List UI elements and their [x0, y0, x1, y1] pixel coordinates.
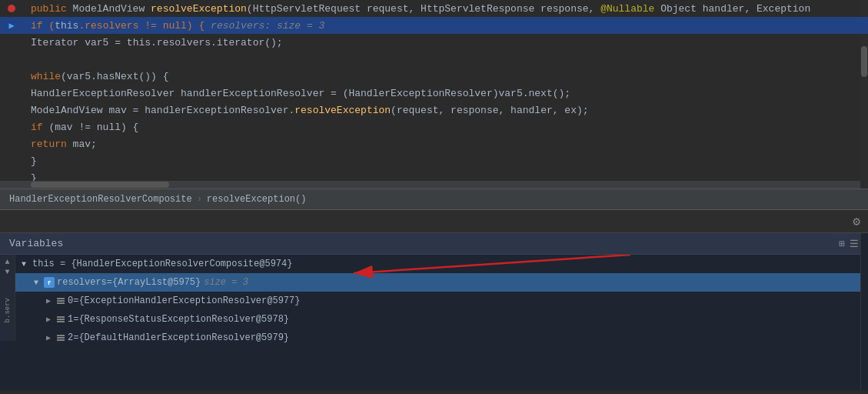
svg-rect-6: [57, 319, 65, 320]
settings-icon-vars[interactable]: ☰: [850, 238, 859, 250]
vars-scrollbar[interactable]: [860, 233, 868, 390]
list-icon-0: [55, 296, 66, 306]
var-row-2[interactable]: ▶ 2 = {DefaultHandlerExceptionResolver@5…: [0, 329, 868, 347]
field-icon-resolvers: f: [44, 277, 55, 288]
variables-title: Variables: [9, 238, 63, 249]
this-label: this = {HandlerExceptionResolverComposit…: [32, 259, 292, 269]
var-size-resolvers: size = 3: [204, 277, 248, 288]
breakpoint-icon: [6, 5, 17, 12]
var-name-this: this: [32, 259, 55, 269]
breadcrumb-class: HandlerExceptionResolverComposite: [9, 194, 192, 205]
var-value-2: {DefaultHandlerExceptionResolver@5979}: [78, 332, 289, 343]
equals-this: =: [60, 259, 71, 269]
panel-left-controls: ▲ ▼: [0, 255, 15, 279]
filter-down-icon[interactable]: ▼: [5, 268, 9, 276]
svg-rect-2: [57, 298, 65, 299]
code-line-5: while(var5.hasNext()) {: [0, 68, 868, 85]
code-line-6: HandlerExceptionResolver handlerExceptio…: [0, 85, 868, 102]
var-row-this[interactable]: ▼ this = {HandlerExceptionResolverCompos…: [0, 255, 868, 273]
var-name-resolvers: resolvers: [57, 277, 107, 288]
equals-0: =: [73, 296, 78, 306]
code-line-9: return mav;: [0, 135, 868, 152]
breadcrumb-method: resolveException(): [207, 194, 307, 205]
code-line-7: ModelAndView mav = handlerExceptionResol…: [0, 102, 868, 119]
var-name-2: 2: [68, 332, 73, 343]
var-name-1: 1: [68, 314, 73, 325]
code-line-3: Iterator var5 = this.resolvers.iterator(…: [0, 34, 868, 51]
expand-1[interactable]: ▶: [43, 314, 54, 325]
equals-1: =: [73, 314, 78, 325]
var-name-0: 0: [68, 296, 73, 306]
equals-resolvers: =: [107, 277, 112, 288]
this-keyword-line3: this: [127, 37, 151, 48]
this-keyword-line2: this: [55, 20, 78, 32]
list-icon-1: [55, 314, 66, 325]
var-value-1: {ResponseStatusExceptionResolver@5978}: [78, 314, 289, 325]
variables-header: Variables ⊞ ☰: [0, 233, 868, 255]
code-line-10: }: [0, 152, 868, 169]
var-value-0: {ExceptionHandlerExceptionResolver@5977}: [78, 296, 300, 306]
code-line-4: [0, 51, 868, 68]
gear-icon[interactable]: ⚙: [853, 214, 860, 229]
var-value-this: {HandlerExceptionResolverComposite@5974}: [71, 259, 292, 269]
svg-rect-7: [57, 321, 65, 322]
var-row-resolvers[interactable]: ▼ f resolvers = {ArrayList@5975} size = …: [0, 273, 868, 292]
filter-left-icon[interactable]: ▲: [5, 258, 9, 266]
var-row-1[interactable]: ▶ 1 = {ResponseStatusExceptionResolver@5…: [0, 310, 868, 329]
list-icon-2: [55, 332, 66, 343]
expand-resolvers[interactable]: ▼: [31, 277, 42, 288]
svg-rect-4: [57, 302, 65, 304]
breadcrumb-separator: ›: [197, 194, 202, 205]
left-label-strip: b.serv: [0, 279, 15, 341]
var-row-0[interactable]: ▶ 0 = {ExceptionHandlerExceptionResolver…: [0, 292, 868, 310]
svg-rect-10: [57, 339, 65, 341]
variables-panel: Variables ⊞ ☰ ▼ this =: [0, 233, 868, 390]
settings-bar: ⚙: [0, 210, 868, 233]
code-line-2: ▶ if (this.resolvers != null) { resolver…: [0, 17, 868, 34]
svg-rect-3: [57, 300, 65, 302]
expand-2[interactable]: ▶: [43, 332, 54, 343]
var-value-resolvers: {ArrayList@5975}: [112, 277, 201, 288]
svg-rect-8: [57, 335, 65, 336]
svg-rect-5: [57, 316, 65, 318]
left-strip-label: b.serv: [4, 298, 12, 322]
h-scrollbar[interactable]: [0, 181, 860, 189]
expand-0[interactable]: ▶: [43, 296, 54, 306]
expand-this[interactable]: ▼: [18, 259, 29, 269]
code-line-8: if (mav != null) {: [0, 119, 868, 135]
equals-2: =: [73, 332, 78, 343]
code-line-1: public ModelAndView resolveException(Htt…: [0, 0, 868, 17]
svg-rect-9: [57, 337, 65, 339]
filter-icon[interactable]: ⊞: [839, 238, 845, 250]
breadcrumb: HandlerExceptionResolverComposite › reso…: [0, 189, 868, 210]
current-line-icon: ▶: [6, 20, 17, 32]
code-editor: public ModelAndView resolveException(Htt…: [0, 0, 868, 189]
